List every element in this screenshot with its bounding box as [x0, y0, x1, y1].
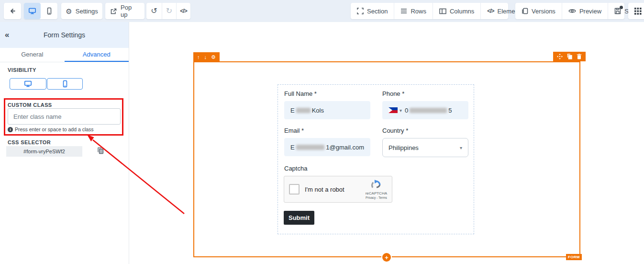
elements-icon: </> — [487, 8, 494, 14]
columns-label: Columns — [450, 8, 474, 15]
recaptcha-checkbox-label: I'm not a robot — [305, 186, 344, 193]
email-input[interactable]: E 1@gmail.com — [284, 138, 370, 156]
phone-input[interactable]: ▾ 0 5 — [382, 101, 468, 119]
publish-group: Versions Preview Save — [515, 3, 624, 19]
country-label: Country * — [382, 127, 408, 134]
preview-label: Preview — [579, 8, 601, 15]
undo-button[interactable]: ↺ — [146, 3, 162, 19]
section-button[interactable]: Section — [351, 3, 394, 19]
eye-icon — [568, 8, 576, 14]
duplicate-icon[interactable] — [567, 54, 572, 59]
phone-label: Phone * — [382, 90, 404, 97]
tab-advanced[interactable]: Advanced — [65, 48, 129, 62]
panel-title: Form Settings — [0, 31, 129, 39]
trash-icon[interactable] — [577, 54, 582, 59]
submit-button[interactable]: Submit — [284, 211, 314, 225]
redacted-text — [410, 108, 447, 113]
structure-group: Section Rows Columns </> Elements — [351, 3, 508, 19]
settings-label: Settings — [76, 8, 98, 15]
collapse-panel-icon[interactable]: « — [5, 30, 9, 40]
country-selected-value: Philippines — [389, 144, 419, 151]
captcha-label: Captcha — [284, 165, 307, 172]
recaptcha-widget: I'm not a robot reCAPTCHA Privacy - Term… — [284, 176, 392, 203]
settings-button[interactable]: ⚙ Settings — [61, 3, 102, 19]
recaptcha-logo-icon — [370, 179, 382, 191]
form-tag-badge: FORM — [566, 254, 582, 260]
recaptcha-brand-text: reCAPTCHA — [366, 191, 387, 195]
country-select[interactable]: Philippines ▾ — [382, 138, 468, 157]
add-element-button[interactable]: + — [382, 253, 391, 262]
redo-icon: ↻ — [166, 7, 172, 15]
full-name-input[interactable]: E Kols — [284, 101, 370, 119]
panel-tabs: General Advanced — [0, 48, 129, 62]
device-desktop-button[interactable] — [24, 3, 41, 19]
panel-header: « Form Settings — [0, 22, 129, 48]
undo-icon: ↺ — [151, 7, 157, 15]
redo-button[interactable]: ↻ — [162, 3, 176, 19]
columns-button[interactable]: Columns — [433, 3, 480, 19]
desktop-icon — [28, 7, 36, 15]
copy-icon[interactable] — [97, 147, 104, 154]
visibility-mobile-button[interactable] — [47, 78, 83, 90]
popup-icon — [110, 8, 117, 15]
tab-general[interactable]: General — [0, 48, 65, 62]
apps-grid-button[interactable] — [628, 3, 644, 19]
custom-class-hint: i Press enter or space to add a class — [8, 126, 94, 132]
custom-class-label: CUSTOM CLASS — [8, 102, 52, 108]
popup-button[interactable]: Pop up — [105, 3, 144, 19]
redacted-text — [296, 145, 325, 150]
recaptcha-checkbox[interactable] — [289, 184, 300, 195]
full-name-label: Full Name * — [284, 90, 317, 97]
device-mobile-button[interactable] — [41, 3, 57, 19]
gear-icon: ⚙ — [66, 8, 72, 15]
recaptcha-privacy-terms[interactable]: Privacy - Terms — [366, 196, 387, 199]
form-settings-panel: « Form Settings General Advanced VISIBIL… — [0, 22, 129, 264]
grid-icon — [634, 8, 642, 15]
desktop-icon — [24, 80, 32, 88]
chevron-down-icon: ▾ — [460, 145, 462, 150]
move-down-icon[interactable]: ↓ — [204, 55, 207, 60]
versions-button[interactable]: Versions — [515, 3, 562, 19]
block-settings-gear-icon[interactable]: ⚙ — [211, 55, 216, 60]
visibility-label: VISIBILITY — [8, 67, 36, 73]
code-button[interactable]: </> — [176, 3, 190, 19]
form-actions-handle-right — [553, 52, 586, 61]
rows-icon — [400, 8, 407, 14]
save-icon — [614, 8, 621, 14]
visibility-desktop-button[interactable] — [10, 78, 46, 90]
rows-button[interactable]: Rows — [394, 3, 433, 19]
unsaved-dot — [620, 6, 623, 9]
drag-move-icon[interactable] — [557, 54, 563, 59]
css-selector-value: #form-vryPeSWf2 — [6, 146, 82, 157]
section-icon — [357, 8, 364, 14]
popup-label: Pop up — [121, 4, 140, 18]
philippines-flag-icon[interactable] — [389, 107, 398, 113]
device-toggle-group — [24, 3, 57, 19]
arrow-left-icon — [9, 7, 16, 15]
info-icon: i — [8, 127, 13, 132]
mobile-icon — [62, 80, 68, 88]
back-button[interactable] — [4, 3, 21, 19]
css-selector-label: CSS SELECTOR — [8, 139, 51, 145]
versions-icon — [522, 8, 528, 14]
history-group: ↺ ↻ </> — [146, 3, 190, 19]
flag-dropdown-caret-icon[interactable]: ▾ — [400, 108, 402, 113]
top-toolbar: ⚙ Settings Pop up ↺ ↻ </> Section — [0, 0, 644, 22]
recaptcha-logo-block: reCAPTCHA Privacy - Terms — [366, 179, 387, 199]
rows-label: Rows — [411, 8, 426, 15]
form-move-handle-left: ↑ ↓ ⚙ — [193, 52, 220, 62]
custom-class-input[interactable] — [8, 108, 121, 125]
mobile-icon — [46, 7, 53, 15]
preview-button[interactable]: Preview — [562, 3, 608, 19]
move-up-icon[interactable]: ↑ — [197, 55, 200, 60]
email-label: Email * — [284, 127, 304, 134]
section-label: Section — [367, 8, 388, 15]
code-icon: </> — [180, 8, 187, 14]
redacted-text — [296, 108, 311, 113]
columns-icon — [439, 8, 446, 14]
versions-label: Versions — [532, 8, 555, 15]
